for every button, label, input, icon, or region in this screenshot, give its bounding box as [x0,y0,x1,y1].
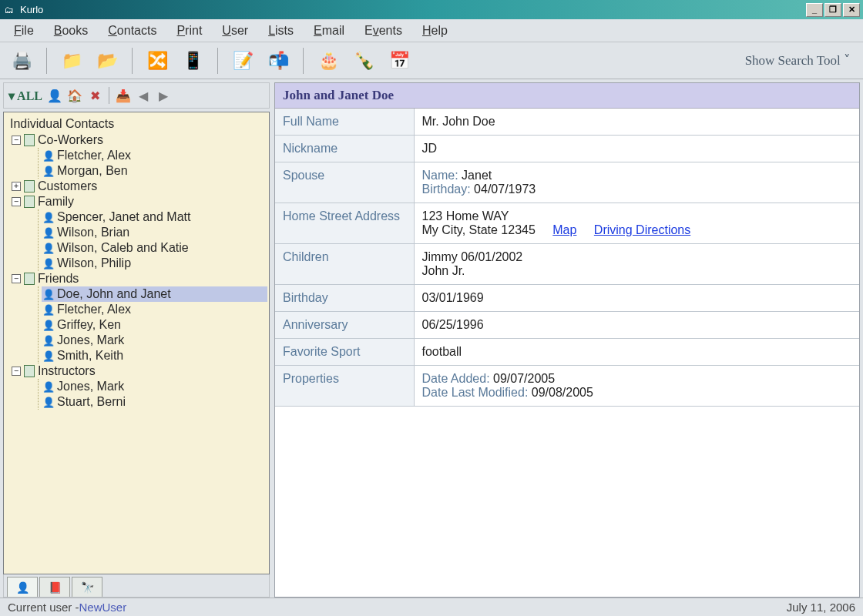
show-search-tool-button[interactable]: Show Search Tool ˅ [745,52,855,69]
label-home-address: Home Street Address [275,203,414,244]
menu-help[interactable]: Help [415,22,455,39]
value-full-name: Mr. John Doe [414,109,859,136]
expand-icon[interactable]: + [12,182,21,191]
person-icon: 👤 [43,350,54,361]
tree-group[interactable]: −Family [12,194,267,209]
mailbox-button[interactable]: 📬 [264,47,292,75]
tree-contact-item[interactable]: 👤Fletcher, Alex [42,302,267,317]
child-2: John Jr. [422,264,465,277]
next-icon[interactable]: ▶ [156,88,171,103]
value-nickname: JD [414,136,859,162]
collapse-icon[interactable]: − [12,197,21,206]
prev-icon[interactable]: ◀ [136,88,151,103]
menu-user[interactable]: User [214,22,256,39]
print-button[interactable]: 🖨️ [8,47,35,75]
home-folder-button[interactable]: 📁 [58,47,86,75]
value-properties: Date Added: 09/07/2005 Date Last Modifie… [414,366,859,407]
minimize-button[interactable]: _ [806,3,823,17]
tab-contacts[interactable]: 👤 [7,577,38,597]
menu-events[interactable]: Events [357,22,410,39]
compose-button[interactable]: 📝 [229,47,257,75]
directions-link[interactable]: Driving Directions [594,223,690,236]
calendar-button[interactable]: 📅 [385,47,413,75]
tree-root-label: Individual Contacts [7,116,267,132]
menu-lists[interactable]: Lists [260,22,301,39]
import-icon[interactable]: 📥 [116,88,131,103]
device-button[interactable]: 📱 [179,47,207,75]
label-properties: Properties [275,366,414,407]
menu-email[interactable]: Email [306,22,352,39]
tab-books[interactable]: 📕 [39,577,70,597]
tree-group[interactable]: −Co-Workers [12,132,267,148]
save-folder-button[interactable]: 📂 [93,47,121,75]
tree-contact-item[interactable]: 👤Stuart, Berni [42,394,267,410]
tree-contact-item[interactable]: 👤Griffey, Ken [42,317,267,333]
menu-print[interactable]: Print [169,22,210,39]
tree-contact-item[interactable]: 👤Wilson, Philip [42,256,267,271]
map-link[interactable]: Map [552,223,576,236]
sidebar-pane: ▾ ALL 👤 🏠 ✖ 📥 ◀ ▶ Individual Contacts −C… [3,82,270,598]
collapse-icon[interactable]: − [12,274,21,283]
tree-contact-item[interactable]: 👤Jones, Mark [42,379,267,394]
detail-pane: John and Janet Doe Full Name Mr. John Do… [274,82,860,598]
value-birthday: 03/01/1969 [414,285,859,312]
app-title: Kurlo [20,4,804,15]
tree-group[interactable]: −Instructors [12,363,267,379]
menu-file[interactable]: File [6,22,42,39]
add-contact-icon[interactable]: 👤 [47,88,62,103]
tree-contact-label: Morgan, Ben [57,164,128,178]
label-favorite-sport: Favorite Sport [275,339,414,366]
collapse-icon[interactable]: − [12,136,21,145]
date-modified-label: Date Last Modified: [422,386,529,399]
workspace: ▾ ALL 👤 🏠 ✖ 📥 ◀ ▶ Individual Contacts −C… [0,79,863,598]
sync-button[interactable]: 🔀 [143,47,171,75]
child-1: Jimmy 06/01/2002 [422,250,523,263]
tree-contact-label: Doe, John and Janet [57,287,171,301]
tree-contact-item[interactable]: 👤Jones, Mark [42,333,267,348]
tree-contact-item[interactable]: 👤Spencer, Janet and Matt [42,209,267,225]
main-toolbar: 🖨️ 📁 📂 🔀 📱 📝 📬 🎂 🍾 📅 Show Search Tool ˅ [0,42,863,79]
tree-contact-item[interactable]: 👤Smith, Keith [42,348,267,363]
collapse-icon[interactable]: − [12,367,21,376]
tree-contact-item[interactable]: 👤Fletcher, Alex [42,148,267,163]
person-icon: 👤 [43,381,54,392]
value-spouse: Name: Janet Birthday: 04/07/1973 [414,162,859,203]
status-user-prefix: Current user - [8,601,79,614]
close-window-button[interactable]: ✕ [843,3,860,17]
birthday-button[interactable]: 🎂 [314,47,342,75]
toolbar-separator [109,87,109,104]
status-current-user: NewUser [79,601,127,614]
tree-contact-item[interactable]: 👤Doe, John and Janet [42,286,267,302]
title-bar: 🗂 Kurlo _ ❐ ✕ [0,0,863,19]
tab-search[interactable]: 🔭 [72,577,102,597]
person-icon: 👤 [43,304,54,315]
value-children: Jimmy 06/01/2002 John Jr. [414,244,859,285]
tree-group[interactable]: +Customers [12,179,267,194]
date-added: 09/07/2005 [493,372,555,385]
book-icon [24,273,35,285]
label-birthday: Birthday [275,285,414,312]
filter-all-button[interactable]: ▾ ALL [8,89,42,103]
label-spouse: Spouse [275,162,414,203]
tree-group[interactable]: −Friends [12,271,267,286]
tree-contact-item[interactable]: 👤Morgan, Ben [42,163,267,179]
contact-tree[interactable]: Individual Contacts −Co-Workers👤Fletcher… [3,112,270,574]
menu-contacts[interactable]: Contacts [100,22,164,39]
person-icon: 👤 [43,335,54,346]
delete-icon[interactable]: ✖ [87,88,102,103]
add-home-icon[interactable]: 🏠 [67,88,82,103]
maximize-button[interactable]: ❐ [824,3,841,17]
person-icon: 👤 [43,289,54,300]
tree-contact-item[interactable]: 👤Wilson, Brian [42,225,267,240]
label-nickname: Nickname [275,136,414,162]
tree-contact-label: Spencer, Janet and Matt [57,210,190,224]
person-icon: 👤 [43,320,54,330]
value-favorite-sport: football [414,339,859,366]
events-button[interactable]: 🍾 [350,47,378,75]
tree-group-label: Instructors [38,364,96,378]
tree-contact-item[interactable]: 👤Wilson, Caleb and Katie [42,240,267,256]
spouse-name-label: Name: [422,169,458,182]
label-full-name: Full Name [275,109,414,136]
person-icon: 👤 [43,397,54,407]
menu-books[interactable]: Books [46,22,96,39]
